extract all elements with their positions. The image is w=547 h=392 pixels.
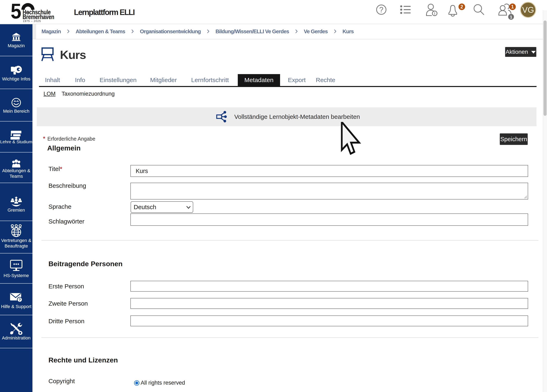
svg-text:2: 2: [461, 4, 463, 9]
svg-text:VG: VG: [522, 5, 534, 14]
svg-text:?: ?: [379, 6, 383, 14]
svg-text:1: 1: [510, 14, 512, 19]
svg-text:1975 – 2025: 1975 – 2025: [23, 20, 41, 23]
svg-text:!: !: [434, 12, 435, 16]
svg-text:?: ?: [19, 298, 21, 302]
svg-text:5: 5: [11, 2, 21, 23]
svg-text:1: 1: [511, 4, 514, 9]
